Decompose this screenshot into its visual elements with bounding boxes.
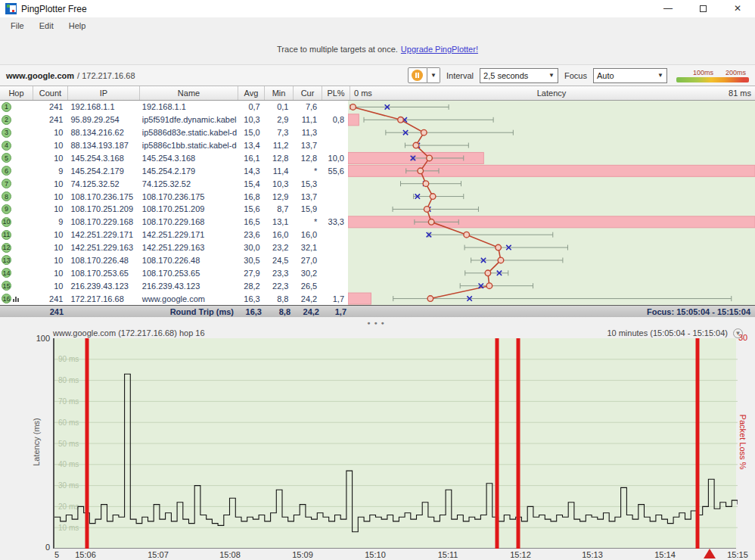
- cur-cell: 11,1: [291, 114, 320, 126]
- name-cell: ip5886c1bb.static.kabel-de: [139, 139, 237, 152]
- timeline-plot[interactable]: 90 ms80 ms70 ms60 ms50 ms40 ms30 ms20 ms…: [53, 338, 736, 549]
- table-row[interactable]: 41088.134.193.187ip5886c1bb.static.kabel…: [0, 139, 348, 152]
- cur-cell: 13,7: [291, 190, 320, 203]
- packet-loss-cell: 55,6: [320, 164, 348, 177]
- table-row[interactable]: 71074.125.32.5274.125.32.5215,410,315,3: [0, 177, 348, 190]
- column-header-name[interactable]: Name: [140, 86, 238, 100]
- count-cell: 9: [33, 216, 68, 229]
- hop-latency-graph[interactable]: [348, 101, 755, 305]
- cur-cell: 15,3: [291, 177, 320, 190]
- menu-item-file[interactable]: File: [3, 21, 32, 30]
- table-row[interactable]: 109108.170.229.168108.170.229.16816,513,…: [0, 216, 348, 229]
- gridline-label: 40 ms: [58, 460, 79, 468]
- banner-text: Trace to multiple targets at once.: [277, 45, 398, 54]
- name-cell: 142.251.229.163: [139, 241, 237, 254]
- close-button[interactable]: ✕: [720, 0, 755, 17]
- table-row[interactable]: 910108.170.251.209108.170.251.20915,68,7…: [0, 203, 348, 216]
- name-cell: 74.125.32.52: [139, 177, 237, 190]
- min-cell: 16,0: [263, 229, 292, 241]
- avg-cell: 16,3: [237, 292, 263, 305]
- cur-cell: 11,3: [291, 126, 320, 139]
- name-cell: 108.170.226.48: [139, 254, 237, 267]
- count-cell: 10: [33, 203, 68, 216]
- packet-loss-bar: [85, 338, 89, 549]
- column-header-cur[interactable]: Cur: [294, 86, 322, 100]
- cur-cell: 12,8: [291, 152, 320, 165]
- table-row[interactable]: 1410108.170.253.65108.170.253.6527,923,3…: [0, 266, 348, 279]
- minimize-button[interactable]: —: [651, 0, 685, 17]
- table-row[interactable]: 1310108.170.226.48108.170.226.4830,524,5…: [0, 254, 348, 267]
- table-row[interactable]: 810108.170.236.175108.170.236.17516,812,…: [0, 190, 348, 203]
- avg-cell: 15,6: [237, 203, 263, 216]
- timeline-panel: www.google.com (172.217.16.68) hop 16 10…: [0, 328, 755, 560]
- avg-cell: 16,8: [237, 190, 263, 203]
- count-cell: 9: [33, 164, 68, 177]
- x-axis-tick-label: 15:15: [722, 550, 753, 559]
- x-axis-tick-label: 15:10: [360, 550, 390, 559]
- column-header-hop[interactable]: Hop: [0, 86, 33, 100]
- interval-value: 2,5 seconds: [483, 71, 528, 80]
- column-header-count[interactable]: Count: [33, 86, 68, 100]
- hop-number-badge: 11: [2, 230, 11, 240]
- min-cell: 23,2: [263, 241, 292, 254]
- cur-cell: 16,0: [291, 229, 320, 241]
- focus-position-marker[interactable]: [704, 549, 716, 558]
- table-row[interactable]: 1241192.168.1.1192.168.1.10,70,17,6: [0, 101, 348, 114]
- table-row[interactable]: 224195.89.29.254ip5f591dfe.dynamic.kabel…: [0, 114, 348, 126]
- avg-cell: 30,0: [237, 241, 263, 254]
- table-row[interactable]: 510145.254.3.168145.254.3.16816,112,812,…: [0, 152, 348, 165]
- table-row[interactable]: 1110142.251.229.171142.251.229.17123,616…: [0, 229, 348, 241]
- graph-title: Latency: [348, 89, 755, 98]
- avg-marker: [423, 181, 429, 187]
- name-cell: www.google.com: [139, 292, 237, 305]
- pause-dropdown-button[interactable]: ▼: [427, 67, 440, 83]
- min-cell: 13,1: [263, 216, 292, 229]
- hop-cell: 16: [0, 292, 33, 305]
- maximize-button[interactable]: [685, 0, 720, 17]
- avg-marker: [427, 155, 433, 161]
- avg-cell: 13,4: [237, 139, 263, 152]
- avg-marker: [498, 257, 504, 263]
- min-cell: 11,2: [263, 139, 292, 152]
- hop-cell: 4: [0, 139, 33, 152]
- hop-cell: 11: [0, 229, 33, 241]
- round-trip-summary-row[interactable]: 241 Round Trip (ms) 16,3 8,8 24,2 1,7 Fo…: [0, 305, 755, 317]
- column-header-avg[interactable]: Avg: [238, 86, 265, 100]
- splitter-grip-icon: ●●●: [367, 320, 388, 325]
- hop-cell: 1: [0, 101, 33, 114]
- x-axis-tick-label: 15:13: [577, 550, 607, 559]
- column-header-min[interactable]: Min: [265, 86, 294, 100]
- table-row[interactable]: 1210142.251.229.163142.251.229.16330,023…: [0, 241, 348, 254]
- cur-cell: 24,2: [291, 292, 320, 305]
- hop-number-badge: 10: [2, 217, 11, 227]
- menu-item-edit[interactable]: Edit: [32, 21, 61, 30]
- ip-cell: 192.168.1.1: [67, 101, 138, 114]
- count-cell: 10: [33, 190, 68, 203]
- table-row[interactable]: 1510216.239.43.123216.239.43.12328,222,3…: [0, 279, 348, 292]
- pause-button[interactable]: [408, 67, 427, 83]
- loss-axis-max: 30: [738, 333, 747, 342]
- gridline-label: 80 ms: [58, 376, 79, 384]
- focus-value: Auto: [597, 71, 614, 80]
- ip-cell: 216.239.43.123: [67, 279, 138, 292]
- table-row[interactable]: 31088.134.216.62ip5886d83e.static.kabel-…: [0, 126, 348, 139]
- hop-latency-graph-svg: [348, 101, 755, 305]
- interval-select[interactable]: 2,5 seconds ▼: [480, 68, 558, 83]
- table-row[interactable]: 16241172.217.16.68www.google.com16,38,82…: [0, 292, 348, 305]
- ip-cell: 108.170.229.168: [67, 216, 138, 229]
- focus-select[interactable]: Auto ▼: [593, 68, 667, 83]
- pane-splitter[interactable]: ●●●: [0, 317, 755, 328]
- packet-loss-cell: 33,3: [320, 216, 348, 229]
- hop-cell: 6: [0, 164, 33, 177]
- packet-loss-cell: [320, 139, 348, 152]
- gridline-label: 10 ms: [58, 524, 79, 532]
- column-header-ip[interactable]: IP: [68, 86, 140, 100]
- avg-line: [353, 107, 501, 298]
- menu-item-help[interactable]: Help: [61, 21, 94, 30]
- column-header-pl[interactable]: PL%: [322, 86, 350, 100]
- upgrade-link[interactable]: Upgrade PingPlotter!: [401, 45, 478, 54]
- table-row[interactable]: 69145.254.2.179145.254.2.17914,311,4*55,…: [0, 164, 348, 177]
- name-cell: 192.168.1.1: [139, 101, 237, 114]
- ip-cell: 142.251.229.171: [67, 229, 138, 241]
- min-cell: 7,3: [263, 126, 292, 139]
